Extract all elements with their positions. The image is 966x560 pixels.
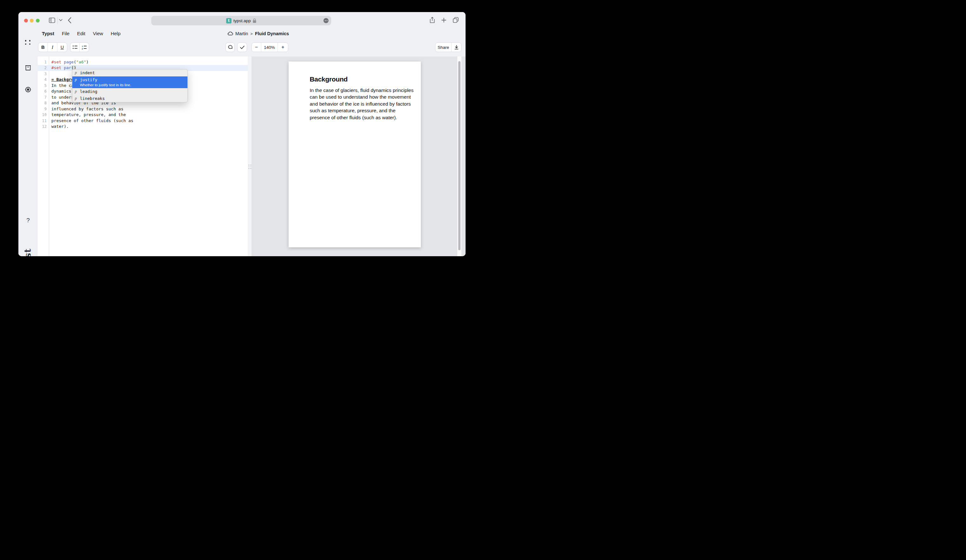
app-sidebar: ? typst <box>18 29 38 256</box>
zoom-in-button[interactable]: + <box>278 43 288 52</box>
download-button[interactable] <box>452 43 461 52</box>
settings-gear-icon[interactable] <box>18 86 38 93</box>
code-line[interactable]: 1#set page("a6") <box>38 59 248 65</box>
files-grid-icon[interactable] <box>18 40 38 45</box>
param-type-prefix: p <box>75 96 77 101</box>
breadcrumb-document[interactable]: Fluid Dynamics <box>255 31 289 36</box>
menu-help[interactable]: Help <box>111 31 120 36</box>
autocomplete-description: Whether to justify text in its line. <box>80 83 131 87</box>
code-line[interactable]: 11presence of other fluids (such as <box>38 118 248 124</box>
drag-handle-icon[interactable] <box>249 164 251 169</box>
numbered-list-button[interactable]: 1 2 <box>80 43 89 52</box>
comments-button[interactable] <box>226 43 234 52</box>
browser-titlebar: t typst.app <box>18 12 465 29</box>
chevron-down-icon[interactable] <box>59 19 62 21</box>
breadcrumb-workspace[interactable]: Martin <box>235 31 248 36</box>
line-number: 4 <box>38 77 47 83</box>
address-bar[interactable]: t typst.app <box>151 16 331 25</box>
line-number: 7 <box>38 95 47 100</box>
text-style-group: B I U <box>38 43 67 52</box>
breadcrumb: Martin > Fluid Dynamics <box>228 31 289 36</box>
autocomplete-item[interactable]: pleading <box>72 88 187 95</box>
new-tab-icon[interactable] <box>442 18 446 23</box>
code-line[interactable]: 12water). <box>38 124 248 130</box>
code-line[interactable]: 9influenced by factors such as <box>38 106 248 112</box>
site-favicon: t <box>226 18 232 23</box>
italic-button[interactable]: I <box>48 43 58 52</box>
app-menubar: Typst File Edit View Help <box>42 31 120 36</box>
browser-window: t typst.app Typst File Edit View Help <box>18 12 465 256</box>
autocomplete-label: justify <box>80 77 131 82</box>
line-number: 3 <box>38 71 47 77</box>
page-options-icon[interactable] <box>324 18 329 23</box>
comment-bubble-icon <box>228 45 232 49</box>
preview-paragraph: In the case of glaciers, fluid dynamics … <box>310 87 414 121</box>
checkmark-icon <box>240 46 245 49</box>
pane-divider[interactable] <box>248 56 251 256</box>
zoom-window-button[interactable] <box>36 19 39 23</box>
svg-text:2: 2 <box>82 48 83 49</box>
rendered-page: Background In the case of glaciers, flui… <box>289 61 421 247</box>
svg-text:1: 1 <box>82 45 83 47</box>
menu-typst[interactable]: Typst <box>42 31 54 36</box>
cloud-icon <box>228 32 233 36</box>
scrollbar-thumb[interactable] <box>458 61 460 250</box>
code-line-text: water). <box>51 124 69 130</box>
tab-overview-icon[interactable] <box>453 17 458 23</box>
autocomplete-item[interactable]: pjustifyWhether to justify text in its l… <box>72 76 187 88</box>
back-icon[interactable] <box>68 17 71 23</box>
url-text: typst.app <box>233 18 251 23</box>
param-type-prefix: p <box>75 77 77 82</box>
list-group: 1 2 <box>70 43 89 52</box>
lock-icon <box>253 18 256 23</box>
line-number: 10 <box>38 112 47 118</box>
line-number: 11 <box>38 118 47 124</box>
comments-button-wrap <box>225 43 235 52</box>
zoom-group: − 140% + <box>251 43 288 52</box>
param-type-prefix: p <box>75 70 77 76</box>
preview-pane: Background In the case of glaciers, flui… <box>251 56 465 256</box>
code-line-text: #set page("a6") <box>51 59 89 65</box>
preview-scrollbar[interactable] <box>457 56 462 256</box>
sidebar-toggle-icon[interactable] <box>49 18 55 23</box>
compile-status-button[interactable] <box>238 43 247 52</box>
help-icon[interactable]: ? <box>18 217 38 224</box>
underline-button[interactable]: U <box>58 43 67 52</box>
code-line-text: presence of other fluids (such as <box>51 118 133 124</box>
line-number: 12 <box>38 124 47 130</box>
zoom-out-button[interactable]: − <box>252 43 261 52</box>
bullet-list-icon <box>72 45 77 49</box>
param-type-prefix: p <box>75 89 77 94</box>
autocomplete-label: linebreaks <box>80 96 105 101</box>
code-line-text: influenced by factors such as <box>51 106 123 112</box>
menu-file[interactable]: File <box>62 31 69 36</box>
autocomplete-item[interactable]: pindent <box>72 69 187 76</box>
bold-button[interactable]: B <box>38 43 48 52</box>
line-number: 1 <box>38 59 47 65</box>
close-window-button[interactable] <box>24 19 28 23</box>
code-line[interactable]: 10temperature, pressure, and the <box>38 112 248 118</box>
template-icon[interactable] <box>18 65 38 71</box>
share-group: Share <box>435 43 462 52</box>
line-number: 8 <box>38 100 47 106</box>
autocomplete-label: indent <box>80 70 95 76</box>
minimize-window-button[interactable] <box>30 19 34 23</box>
autocomplete-popup: pindentpjustifyWhether to justify text i… <box>72 69 188 102</box>
share-page-icon[interactable] <box>430 17 435 23</box>
autocomplete-item[interactable]: plinebreaks <box>72 95 187 102</box>
menu-view[interactable]: View <box>93 31 103 36</box>
line-number: 2 <box>38 65 47 71</box>
line-number: 6 <box>38 89 47 95</box>
typst-logo: typst <box>23 240 33 256</box>
breadcrumb-separator: > <box>250 31 253 36</box>
code-line-text: temperature, pressure, and the <box>51 112 126 118</box>
share-button[interactable]: Share <box>435 43 452 52</box>
bullet-list-button[interactable] <box>71 43 80 52</box>
compile-status-wrap <box>237 43 247 52</box>
numbered-list-icon: 1 2 <box>82 45 87 49</box>
zoom-level[interactable]: 140% <box>261 43 278 52</box>
preview-heading: Background <box>310 76 348 83</box>
download-icon <box>455 45 458 49</box>
menu-edit[interactable]: Edit <box>77 31 85 36</box>
line-number: 5 <box>38 83 47 89</box>
